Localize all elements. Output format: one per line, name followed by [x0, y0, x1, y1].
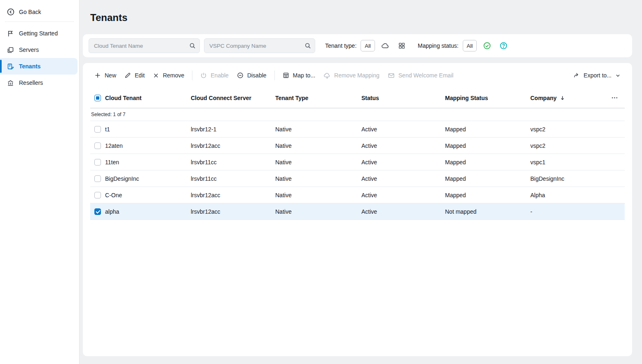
tenant-type-cloud-filter-icon[interactable] [379, 40, 391, 51]
cell-cloud-connect-server: lrsvbr11cc [191, 159, 275, 166]
remove-mapping-button[interactable]: Remove Mapping [319, 69, 384, 82]
cell-mapping-status: Mapped [445, 142, 530, 149]
tenant-type-label: Tenant type: [325, 42, 356, 49]
table-body: t1 lrsvbr12-1 Native Active Mapped vspc2… [90, 121, 625, 220]
row-checkbox[interactable] [94, 208, 101, 215]
table-row[interactable]: C-One lrsvbr12acc Native Active Mapped A… [90, 187, 625, 203]
table-header-row: Cloud Tenant Cloud Connect Server Tenant… [90, 88, 625, 108]
toolbar-separator [274, 70, 275, 80]
new-button[interactable]: New [90, 69, 120, 82]
toolbar: New Edit Remove Enable Disable [90, 63, 625, 88]
column-header-mapping-status[interactable]: Mapping Status [445, 95, 530, 101]
sidebar-divider [5, 21, 74, 22]
sidebar-item-label: Tenants [19, 63, 41, 70]
cell-cloud-tenant: t1 [105, 126, 191, 133]
table-row[interactable]: alpha lrsvbr12acc Native Active Not mapp… [90, 203, 625, 220]
tenants-icon [7, 63, 14, 70]
column-header-tenant-type[interactable]: Tenant Type [275, 95, 361, 101]
row-checkbox[interactable] [94, 175, 101, 182]
power-icon [200, 72, 207, 79]
edit-button[interactable]: Edit [120, 69, 149, 82]
chevron-down-icon [615, 73, 621, 78]
cell-tenant-type: Native [275, 126, 361, 133]
tenant-type-all-button[interactable]: All [361, 40, 375, 51]
cell-cloud-tenant: C-One [105, 192, 191, 198]
column-header-company[interactable]: Company [530, 95, 608, 101]
column-header-cloud-tenant[interactable]: Cloud Tenant [105, 95, 191, 101]
row-checkbox[interactable] [94, 192, 101, 198]
cell-status: Active [361, 192, 445, 198]
cell-cloud-tenant: 12aten [105, 142, 191, 149]
sidebar-item-resellers[interactable]: Resellers [0, 75, 77, 91]
sidebar-item-label: Getting Started [19, 30, 58, 37]
cell-status: Active [361, 126, 445, 133]
search-icon [189, 42, 196, 49]
row-checkbox[interactable] [94, 159, 101, 166]
cell-tenant-type: Native [275, 159, 361, 166]
cell-mapping-status: Not mapped [445, 208, 530, 215]
cell-cloud-tenant: BigDesignInc [105, 175, 191, 182]
tenants-table: Cloud Tenant Cloud Connect Server Tenant… [90, 88, 625, 220]
cell-tenant-type: Native [275, 142, 361, 149]
enable-button[interactable]: Enable [196, 69, 233, 82]
cell-cloud-connect-server: lrsvbr12-1 [191, 126, 275, 133]
cloud-tenant-search-input[interactable] [89, 38, 200, 53]
column-header-cloud-connect-server[interactable]: Cloud Connect Server [191, 95, 275, 101]
cell-cloud-tenant: 11ten [105, 159, 191, 166]
cell-company: vspc1 [530, 159, 608, 166]
mapped-filter-check-icon[interactable] [481, 40, 493, 51]
cell-status: Active [361, 142, 445, 149]
cell-mapping-status: Mapped [445, 159, 530, 166]
sidebar-item-label: Servers [19, 47, 39, 53]
column-header-status[interactable]: Status [361, 95, 445, 101]
column-options-icon[interactable] [608, 94, 625, 101]
tenant-type-vcd-filter-icon[interactable] [396, 40, 408, 51]
mapping-status-all-button[interactable]: All [463, 40, 477, 51]
envelope-icon [388, 72, 395, 79]
search-icon [305, 42, 311, 49]
cell-status: Active [361, 175, 445, 182]
cell-cloud-connect-server: lrsvbr12acc [191, 192, 275, 198]
disable-button[interactable]: Disable [233, 69, 271, 82]
cell-status: Active [361, 159, 445, 166]
send-welcome-email-button[interactable]: Send Welcome Email [384, 69, 458, 82]
cell-tenant-type: Native [275, 208, 361, 215]
go-back-button[interactable]: Go Back [0, 3, 79, 21]
table-row[interactable]: 12aten lrsvbr12acc Native Active Mapped … [90, 138, 625, 154]
row-checkbox[interactable] [94, 142, 101, 149]
cloud-tenant-search [89, 38, 200, 53]
cell-mapping-status: Mapped [445, 192, 530, 198]
cloud-remove-icon [323, 72, 330, 79]
vspc-company-search-input[interactable] [204, 38, 315, 53]
tenants-card: New Edit Remove Enable Disable [83, 63, 632, 356]
cell-tenant-type: Native [275, 192, 361, 198]
vspc-company-search [204, 38, 315, 53]
cell-company: vspc2 [530, 142, 608, 149]
table-row[interactable]: 11ten lrsvbr11cc Native Active Mapped vs… [90, 154, 625, 170]
remove-button[interactable]: Remove [149, 69, 188, 82]
sidebar-item-getting-started[interactable]: Getting Started [0, 25, 77, 42]
toolbar-separator [192, 70, 192, 80]
cell-mapping-status: Mapped [445, 126, 530, 133]
cell-mapping-status: Mapped [445, 175, 530, 182]
cell-company: - [530, 208, 608, 215]
sort-descending-icon [560, 95, 565, 101]
select-all-checkbox[interactable] [94, 95, 101, 101]
back-circle-icon [7, 8, 15, 16]
not-mapped-filter-question-icon[interactable] [497, 40, 510, 51]
filter-bar: Tenant type: All Mapping status: All [83, 34, 632, 57]
flag-icon [7, 30, 14, 37]
export-arrow-icon [573, 72, 580, 79]
export-button[interactable]: Export to... [569, 69, 625, 82]
cell-tenant-type: Native [275, 175, 361, 182]
table-row[interactable]: BigDesignInc lrsvbr11cc Native Active Ma… [90, 170, 625, 187]
cell-company: vspc2 [530, 126, 608, 133]
cell-cloud-connect-server: lrsvbr11cc [191, 175, 275, 182]
sidebar-item-label: Resellers [19, 79, 43, 86]
sidebar-item-tenants[interactable]: Tenants [0, 58, 77, 75]
cell-cloud-connect-server: lrsvbr12acc [191, 208, 275, 215]
table-row[interactable]: t1 lrsvbr12-1 Native Active Mapped vspc2 [90, 121, 625, 138]
map-to-button[interactable]: Map to... [279, 69, 319, 82]
row-checkbox[interactable] [94, 126, 101, 133]
sidebar-item-servers[interactable]: Servers [0, 42, 77, 58]
